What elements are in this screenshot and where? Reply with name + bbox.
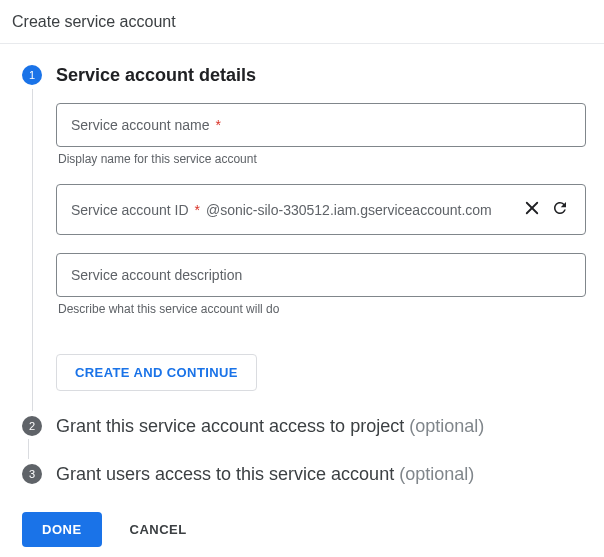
step-3-circle: 3 — [22, 464, 42, 484]
step-1-form: Service account name * Display name for … — [56, 103, 586, 411]
id-field-group: Service account ID * @sonic-silo-330512.… — [56, 184, 586, 235]
required-indicator: * — [195, 202, 200, 218]
step-1-title: Service account details — [56, 64, 586, 87]
id-field-suffix: @sonic-silo-330512.iam.gserviceaccount.c… — [206, 202, 492, 218]
id-field-label: Service account ID — [71, 202, 189, 218]
step-connector-line — [28, 439, 29, 459]
step-3-indicator: 3 — [18, 463, 46, 484]
page-header: Create service account — [0, 0, 604, 44]
step-3-row: 3 Grant users access to this service acc… — [18, 463, 586, 486]
step-3-content: Grant users access to this service accou… — [46, 463, 586, 486]
page-title: Create service account — [12, 13, 176, 30]
step-connector-line — [32, 89, 33, 411]
description-field-label: Service account description — [71, 267, 242, 283]
refresh-id-button[interactable] — [549, 197, 571, 222]
cancel-button[interactable]: CANCEL — [130, 522, 187, 537]
create-and-continue-button[interactable]: CREATE AND CONTINUE — [56, 354, 257, 391]
description-field-helper: Describe what this service account will … — [56, 302, 586, 316]
clear-id-button[interactable] — [521, 197, 543, 222]
description-field-group: Service account description Describe wha… — [56, 253, 586, 316]
step-1-circle: 1 — [22, 65, 42, 85]
step-1-indicator: 1 — [18, 64, 46, 411]
step-1-content: Service account details Service account … — [46, 64, 586, 411]
refresh-icon — [551, 199, 569, 220]
step-2-indicator: 2 — [18, 415, 46, 436]
step-1-row: 1 Service account details Service accoun… — [18, 64, 586, 411]
close-icon — [523, 199, 541, 220]
id-field[interactable]: Service account ID * @sonic-silo-330512.… — [56, 184, 586, 235]
done-button[interactable]: DONE — [22, 512, 102, 547]
step-2-title: Grant this service account access to pro… — [56, 415, 586, 438]
wizard-content: 1 Service account details Service accoun… — [0, 44, 604, 547]
step-2-row: 2 Grant this service account access to p… — [18, 415, 586, 438]
footer-actions: DONE CANCEL — [18, 512, 586, 547]
step-3-title-text: Grant users access to this service accou… — [56, 464, 394, 484]
step-2-optional: (optional) — [409, 416, 484, 436]
step-2-content: Grant this service account access to pro… — [46, 415, 586, 438]
step-2-circle: 2 — [22, 416, 42, 436]
name-field-label: Service account name — [71, 117, 210, 133]
step-3-title: Grant users access to this service accou… — [56, 463, 586, 486]
step-2-title-text: Grant this service account access to pro… — [56, 416, 404, 436]
step-3-optional: (optional) — [399, 464, 474, 484]
name-field-group: Service account name * Display name for … — [56, 103, 586, 166]
name-field[interactable]: Service account name * — [56, 103, 586, 147]
required-indicator: * — [216, 117, 221, 133]
description-field[interactable]: Service account description — [56, 253, 586, 297]
name-field-helper: Display name for this service account — [56, 152, 586, 166]
